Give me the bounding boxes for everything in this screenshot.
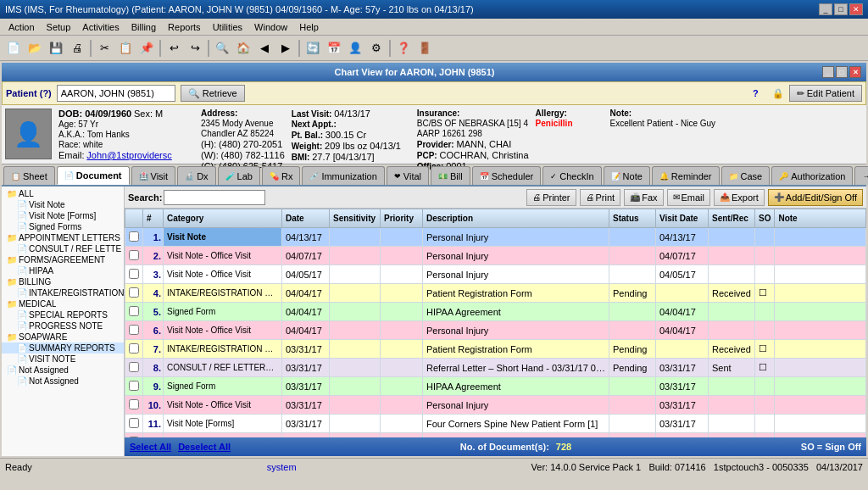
- toolbar-cut[interactable]: ✂: [94, 38, 114, 58]
- menu-reports[interactable]: Reports: [163, 21, 206, 33]
- toolbar-copy[interactable]: 📋: [115, 38, 136, 58]
- sidebar-item-10[interactable]: 📁 MEDICAL: [2, 298, 124, 309]
- tab-scheduler[interactable]: 📅Scheduler: [472, 166, 542, 185]
- search-input[interactable]: [164, 190, 265, 205]
- menu-activities[interactable]: Activities: [77, 21, 124, 33]
- menu-utilities[interactable]: Utilities: [208, 21, 248, 33]
- sidebar-item-4[interactable]: 📁 APPOINTMENT LETTERS: [2, 232, 124, 243]
- row-checkbox[interactable]: [129, 381, 139, 391]
- menu-billing[interactable]: Billing: [126, 21, 161, 33]
- toolbar-paste[interactable]: 📌: [136, 38, 157, 58]
- tab-referral[interactable]: →Referral: [854, 166, 868, 185]
- table-row[interactable]: 2. Visit Note - Office Visit 04/07/17 Pe…: [125, 247, 866, 265]
- sidebar-item-3[interactable]: 📄 Signed Forms: [2, 221, 124, 232]
- help-icon[interactable]: ?: [753, 88, 759, 98]
- tab-vital[interactable]: ❤Vital: [387, 166, 429, 185]
- menu-window[interactable]: Window: [249, 21, 292, 33]
- printer-button[interactable]: 🖨 Printer: [526, 189, 576, 206]
- toolbar-search[interactable]: 🔍: [212, 38, 232, 58]
- tab-dx[interactable]: 🔬Dx: [177, 166, 215, 185]
- select-all-link[interactable]: Select All: [130, 442, 171, 452]
- maximize-btn[interactable]: □: [834, 3, 848, 15]
- export-button[interactable]: 📤 Export: [714, 189, 765, 206]
- add-edit-button[interactable]: ➕ Add/Edit/Sign Off: [768, 189, 863, 206]
- menu-action[interactable]: Action: [3, 21, 40, 33]
- tab-rx[interactable]: 💊Rx: [262, 166, 300, 185]
- row-checkbox[interactable]: [129, 269, 139, 279]
- table-row[interactable]: 1. Visit Note 04/13/17 Personal Injury 0…: [125, 228, 866, 247]
- sidebar-item-7[interactable]: 📄 HIPAA: [2, 265, 124, 276]
- tab-note[interactable]: 📝Note: [604, 166, 650, 185]
- table-row[interactable]: 7. INTAKE/REGISTRATION SHEET (BILLING) 0…: [125, 340, 866, 359]
- row-checkbox[interactable]: [129, 306, 139, 316]
- minimize-btn[interactable]: _: [819, 3, 832, 15]
- row-checkbox[interactable]: [129, 287, 139, 298]
- table-row[interactable]: 8. CONSULT / REF LETTERS (APPOINTMENT LE…: [125, 359, 866, 377]
- menu-setup[interactable]: Setup: [42, 21, 76, 33]
- tab-checkin[interactable]: ✓CheckIn: [542, 166, 601, 185]
- row-checkbox[interactable]: [129, 362, 139, 372]
- tab-bill[interactable]: 💵Bill: [431, 166, 470, 185]
- table-row[interactable]: 4. INTAKE/REGISTRATION SHEET (BILLING) 0…: [125, 284, 866, 303]
- sidebar-item-11[interactable]: 📄 SPECIAL REPORTS: [2, 309, 124, 320]
- sidebar-item-6[interactable]: 📁 FORMS/AGREEMENT: [2, 254, 124, 265]
- row-checkbox[interactable]: [129, 399, 139, 409]
- sidebar-item-17[interactable]: 📄 Not Assigned: [2, 376, 124, 387]
- sidebar-item-12[interactable]: 📄 PROGRESS NOTE: [2, 320, 124, 331]
- retrieve-button[interactable]: 🔍 Retrieve: [181, 85, 245, 102]
- table-row[interactable]: 10. Visit Note - Office Visit 03/31/17 P…: [125, 396, 866, 415]
- tab-reminder[interactable]: 🔔Reminder: [652, 166, 720, 185]
- sidebar-item-8[interactable]: 📁 BILLING: [2, 276, 124, 287]
- sidebar-item-2[interactable]: 📄 Visit Note [Forms]: [2, 210, 124, 221]
- chart-close[interactable]: ✕: [849, 66, 861, 78]
- edit-patient-button[interactable]: ✏ Edit Patient: [789, 85, 862, 102]
- toolbar-print[interactable]: 🖨: [67, 38, 87, 58]
- chart-minimize[interactable]: _: [822, 66, 834, 78]
- toolbar-back[interactable]: ◀: [254, 38, 275, 58]
- sidebar-item-13[interactable]: 📁 SOAPWARE: [2, 331, 124, 342]
- toolbar-forward[interactable]: ▶: [275, 38, 296, 58]
- toolbar-settings[interactable]: ⚙: [366, 38, 387, 58]
- toolbar-help[interactable]: ❓: [393, 38, 414, 58]
- sidebar-item-14[interactable]: 📄 SUMMARY REPORTS: [2, 342, 124, 354]
- toolbar-save[interactable]: 💾: [46, 38, 66, 58]
- sidebar-item-16[interactable]: 📄 Not Assigned: [2, 365, 124, 376]
- patient-email-link[interactable]: John@1stprovidersc: [86, 150, 171, 160]
- row-checkbox[interactable]: [129, 418, 139, 428]
- toolbar-redo[interactable]: ↪: [185, 38, 205, 58]
- sidebar-item-9[interactable]: 📄 INTAKE/REGISTRATION: [2, 287, 124, 298]
- sidebar-item-0[interactable]: 📁 ALL: [2, 188, 124, 199]
- patient-name-input[interactable]: [57, 85, 175, 102]
- toolbar-calendar[interactable]: 📅: [324, 38, 344, 58]
- sidebar-item-1[interactable]: 📄 Visit Note: [2, 199, 124, 210]
- chart-maximize[interactable]: □: [836, 66, 848, 78]
- tab-case[interactable]: 📁Case: [721, 166, 771, 185]
- tab-document[interactable]: 📄Document: [57, 166, 130, 185]
- tab-sheet[interactable]: 📋Sheet: [3, 166, 55, 185]
- toolbar-open[interactable]: 📂: [25, 38, 45, 58]
- toolbar-undo[interactable]: ↩: [164, 38, 184, 58]
- print-button[interactable]: 🖨 Print: [580, 189, 621, 206]
- toolbar-new[interactable]: 📄: [3, 38, 24, 58]
- toolbar-home[interactable]: 🏠: [233, 38, 253, 58]
- tab-authorization[interactable]: 🔑Authorization: [771, 166, 853, 185]
- table-row[interactable]: 5. Signed Form 04/04/17 HIPAA Agreement …: [125, 303, 866, 321]
- sidebar-item-5[interactable]: 📄 CONSULT / REF LETTE: [2, 243, 124, 254]
- table-row[interactable]: 11. Visit Note [Forms] 03/31/17 Four Cor…: [125, 415, 866, 433]
- tab-visit[interactable]: 🏥Visit: [131, 166, 176, 185]
- sidebar-item-15[interactable]: 📄 VISIT NOTE: [2, 354, 124, 365]
- row-checkbox[interactable]: [129, 325, 139, 335]
- row-checkbox[interactable]: [129, 343, 139, 354]
- email-button[interactable]: ✉ Email: [667, 189, 711, 206]
- tab-immunization[interactable]: 💉Immunization: [302, 166, 384, 185]
- row-checkbox[interactable]: [129, 250, 139, 260]
- toolbar-user[interactable]: 👤: [345, 38, 365, 58]
- tab-lab[interactable]: 🧪Lab: [218, 166, 260, 185]
- fax-button[interactable]: 📠 Fax: [624, 189, 663, 206]
- deselect-all-link[interactable]: Deselect All: [178, 442, 231, 452]
- toolbar-refresh[interactable]: 🔄: [303, 38, 323, 58]
- table-row[interactable]: 9. Signed Form 03/31/17 HIPAA Agreement …: [125, 377, 866, 396]
- row-checkbox[interactable]: [129, 231, 139, 242]
- close-btn[interactable]: ✕: [849, 3, 863, 15]
- menu-help[interactable]: Help: [294, 21, 324, 33]
